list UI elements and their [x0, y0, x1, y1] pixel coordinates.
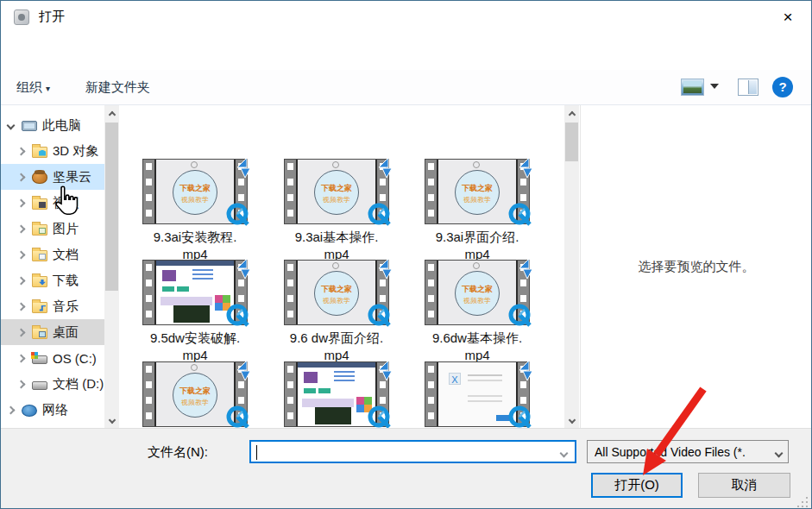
chevron-right-icon[interactable]: [16, 278, 25, 284]
chevron-right-icon[interactable]: [16, 174, 25, 180]
preview-empty-text: 选择要预览的文件。: [639, 259, 755, 275]
sync-badge-icon: [368, 359, 393, 388]
sidebar-item-label: 3D 对象: [53, 143, 98, 160]
network-icon: [22, 405, 37, 417]
sidebar-item-label: 网络: [42, 402, 68, 418]
sidebar-item-OS (C:)[interactable]: OS (C:): [1, 345, 104, 371]
chevron-right-icon[interactable]: [16, 226, 25, 232]
new-folder-button[interactable]: 新建文件夹: [85, 79, 150, 96]
filetype-value: All Supported Video Files (*.: [595, 445, 776, 459]
chevron-right-icon[interactable]: [6, 407, 15, 413]
chevron-right-icon[interactable]: [16, 330, 25, 336]
file-list: 下载之家视频教学9.3ai安装教程.mp4下载之家视频教学9.3ai基本操作.m…: [119, 105, 564, 428]
scroll-down-icon[interactable]: [564, 412, 579, 427]
sidebar-item-图片[interactable]: 图片: [1, 216, 104, 242]
chevron-down-icon[interactable]: [6, 123, 15, 129]
scroll-up-icon[interactable]: [104, 106, 119, 121]
video-thumbnail: [142, 260, 248, 325]
file-item[interactable]: 9.5dw安装破解.mp4: [130, 260, 260, 364]
file-item[interactable]: 下载之家视频教学9.6 dw界面介绍.mp4: [272, 260, 401, 364]
quicktime-icon: [224, 404, 254, 428]
sidebar-item-文档 (D:)[interactable]: 文档 (D:): [1, 371, 104, 397]
chevron-right-icon[interactable]: [16, 355, 25, 361]
file-item[interactable]: [272, 361, 401, 427]
organize-button[interactable]: 组织▾: [16, 79, 50, 96]
file-item[interactable]: 下载之家视频教学9.3ai安装教程.mp4: [130, 159, 260, 263]
sync-badge-icon: [226, 359, 252, 388]
sidebar-item-label: OS (C:): [53, 351, 97, 366]
nutstore-icon: [32, 171, 47, 184]
folder-music-icon: [32, 302, 47, 313]
sidebar-item-3D 对象[interactable]: 3D 对象: [1, 138, 104, 164]
scrollbar-thumb[interactable]: [105, 123, 118, 291]
chevron-right-icon[interactable]: [16, 200, 25, 206]
dialog-content: 此电脑3D 对象坚果云视频图片文档下载音乐桌面OS (C:)文档 (D:)网络 …: [1, 105, 811, 428]
file-item[interactable]: 下载之家视频教学: [130, 361, 260, 427]
chevron-right-icon[interactable]: [16, 148, 25, 154]
sidebar-item-label: 文档: [53, 247, 79, 263]
open-button[interactable]: 打开(O): [591, 473, 683, 498]
file-item[interactable]: 下载之家视频教学9.3ai界面介绍.mp4: [412, 159, 542, 263]
file-list-scrollbar[interactable]: [564, 105, 579, 428]
drive-os-icon: [32, 355, 47, 364]
quicktime-icon: [366, 302, 395, 331]
quicktime-icon: [224, 302, 254, 331]
video-thumbnail: 下载之家视频教学: [142, 159, 248, 224]
filename-dropdown-icon[interactable]: [561, 445, 567, 459]
filename-input[interactable]: [251, 442, 561, 462]
sidebar-item-label: 桌面: [53, 324, 79, 341]
scroll-up-icon[interactable]: [564, 106, 579, 121]
sidebar-item-音乐[interactable]: 音乐: [1, 293, 104, 319]
help-button[interactable]: ?: [772, 77, 793, 97]
sync-badge-icon: [508, 156, 534, 185]
filetype-select[interactable]: All Supported Video Files (*.: [587, 440, 789, 463]
sidebar-item-label: 此电脑: [42, 117, 81, 134]
sidebar-item-下载[interactable]: 下载: [1, 267, 104, 293]
resize-grip[interactable]: [797, 497, 808, 507]
navigation-tree: 此电脑3D 对象坚果云视频图片文档下载音乐桌面OS (C:)文档 (D:)网络: [1, 112, 104, 423]
folder-3d-icon: [32, 147, 47, 158]
organize-caret-icon: ▾: [46, 84, 50, 93]
video-thumbnail: X: [425, 361, 530, 427]
chevron-right-icon[interactable]: [16, 381, 25, 387]
sidebar-scrollbar[interactable]: [104, 105, 119, 428]
folder-picture-icon: [32, 224, 47, 236]
filename-combobox[interactable]: [249, 440, 576, 463]
sync-badge-icon: [368, 257, 393, 286]
sidebar-item-桌面[interactable]: 桌面: [1, 319, 104, 345]
video-thumbnail: 下载之家视频教学: [425, 260, 530, 325]
quicktime-icon: [224, 201, 254, 230]
view-mode-button[interactable]: [681, 79, 704, 96]
close-button[interactable]: ×: [770, 4, 806, 30]
folder-download-icon: [32, 276, 47, 287]
file-item[interactable]: 下载之家视频教学9.3ai基本操作.mp4: [272, 159, 401, 263]
file-item[interactable]: X: [412, 361, 542, 427]
view-mode-caret-icon[interactable]: [710, 84, 719, 89]
chevron-right-icon[interactable]: [16, 304, 25, 310]
file-item[interactable]: 下载之家视频教学9.6dw基本操作.mp4: [412, 260, 542, 364]
sidebar-item-此电脑[interactable]: 此电脑: [1, 112, 104, 138]
navigation-bar: ← → ↑ ›此电脑›桌面›PR剪辑›视频›二次修改›12 搜索"12": [1, 34, 811, 70]
sidebar-item-视频[interactable]: 视频: [1, 190, 104, 216]
scroll-down-icon[interactable]: [104, 412, 119, 427]
dialog-title: 打开: [39, 9, 65, 25]
sidebar-item-label: 图片: [53, 221, 79, 237]
sidebar-item-网络[interactable]: 网络: [1, 397, 104, 423]
sync-badge-icon: [368, 156, 393, 185]
quicktime-icon: [366, 201, 395, 230]
scrollbar-thumb[interactable]: [565, 123, 578, 161]
quicktime-icon: [507, 404, 536, 428]
folder-doc-icon: [32, 250, 47, 261]
title-bar: 打开 ×: [1, 1, 811, 34]
sidebar-item-坚果云[interactable]: 坚果云: [1, 164, 104, 190]
chevron-right-icon[interactable]: [16, 252, 25, 258]
preview-pane-button[interactable]: [738, 79, 758, 96]
quicktime-icon: [366, 404, 395, 428]
sidebar-item-文档[interactable]: 文档: [1, 242, 104, 267]
cancel-button[interactable]: 取消: [698, 473, 790, 498]
sidebar-item-label: 坚果云: [53, 169, 91, 185]
drive-icon: [32, 381, 47, 390]
computer-icon: [22, 121, 37, 131]
quicktime-icon: [507, 201, 536, 230]
video-thumbnail: 下载之家视频教学: [142, 361, 248, 427]
